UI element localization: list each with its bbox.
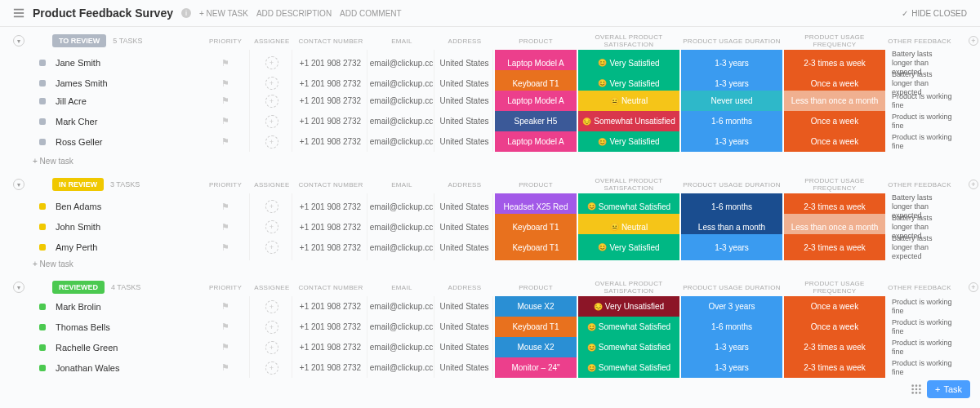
frequency-chip[interactable]: Once a week (784, 296, 885, 317)
satisfaction-chip[interactable]: 😊Very Satisfied (578, 234, 679, 260)
col-address[interactable]: ADDRESS (436, 181, 493, 188)
table-row[interactable]: Jill Acre ⚑ + +1 201 908 2732 email@clic… (0, 91, 980, 111)
priority-cell[interactable]: ⚑ (201, 234, 250, 260)
priority-cell[interactable]: ⚑ (201, 357, 250, 378)
col-address[interactable]: ADDRESS (436, 38, 493, 45)
assignee-cell[interactable]: + (252, 357, 292, 378)
col-priority[interactable]: PRIORITY (201, 38, 250, 45)
duration-chip[interactable]: 1-6 months (681, 111, 782, 131)
status-pill[interactable]: IN REVIEW (52, 178, 104, 191)
add-column-icon[interactable]: + (969, 180, 978, 189)
col-product[interactable]: PRODUCT (495, 38, 577, 45)
product-chip[interactable]: Mouse X2 (495, 296, 577, 317)
col-frequency[interactable]: PRODUCT USAGE FREQUENCY (784, 33, 885, 48)
col-address[interactable]: ADDRESS (436, 284, 493, 291)
priority-cell[interactable]: ⚑ (201, 111, 250, 131)
task-name[interactable]: Rachelle Green (52, 337, 199, 357)
assignee-cell[interactable]: + (252, 337, 292, 357)
col-feedback[interactable]: OTHER FEEDBACK (887, 284, 952, 291)
satisfaction-chip[interactable]: 😊Somewhat Satisfied (578, 357, 679, 378)
table-row[interactable]: Amy Perth ⚑ + +1 201 908 2732 email@clic… (0, 234, 980, 255)
new-task-inline[interactable]: + New task (0, 152, 980, 171)
col-email[interactable]: EMAIL (369, 284, 434, 291)
duration-chip[interactable]: 1-3 years (681, 337, 782, 357)
collapse-icon[interactable]: ▾ (13, 282, 24, 293)
task-name[interactable]: Thomas Bells (52, 317, 199, 337)
satisfaction-chip[interactable]: 😊Somewhat Satisfied (578, 317, 679, 337)
table-row[interactable]: Thomas Bells ⚑ + +1 201 908 2732 email@c… (0, 317, 980, 337)
table-row[interactable]: Jane Smith ⚑ + +1 201 908 2732 email@cli… (0, 50, 980, 70)
frequency-chip[interactable]: Once a week (784, 111, 885, 131)
collapse-icon[interactable]: ▾ (13, 179, 24, 190)
duration-chip[interactable]: Never used (681, 91, 782, 111)
table-row[interactable]: James Smith ⚑ + +1 201 908 2732 email@cl… (0, 70, 980, 91)
col-duration[interactable]: PRODUCT USAGE DURATION (681, 181, 782, 188)
table-row[interactable]: John Smith ⚑ + +1 201 908 2732 email@cli… (0, 214, 980, 234)
col-feedback[interactable]: OTHER FEEDBACK (887, 38, 952, 45)
task-name[interactable]: Ross Geller (52, 131, 199, 152)
satisfaction-chip[interactable]: 😔Somewhat Unsatisfied (578, 111, 679, 131)
table-row[interactable]: Jonathan Wales ⚑ + +1 201 908 2732 email… (0, 357, 980, 378)
satisfaction-chip[interactable]: 😊Somewhat Satisfied (578, 337, 679, 357)
col-assignee[interactable]: ASSIGNEE (252, 38, 292, 45)
priority-cell[interactable]: ⚑ (201, 337, 250, 357)
task-name[interactable]: Jill Acre (52, 91, 199, 111)
col-product[interactable]: PRODUCT (495, 284, 577, 291)
col-assignee[interactable]: ASSIGNEE (252, 181, 292, 188)
add-description-button[interactable]: ADD DESCRIPTION (256, 9, 332, 18)
product-chip[interactable]: Monitor – 24" (495, 357, 577, 378)
product-chip[interactable]: Keyboard T1 (495, 234, 577, 260)
assignee-cell[interactable]: + (252, 234, 292, 260)
col-satisfaction[interactable]: OVERALL PRODUCT SATISFACTION (578, 280, 679, 295)
col-frequency[interactable]: PRODUCT USAGE FREQUENCY (784, 280, 885, 295)
col-contact[interactable]: CONTACT NUMBER (294, 38, 368, 45)
assignee-cell[interactable]: + (252, 317, 292, 337)
priority-cell[interactable]: ⚑ (201, 131, 250, 152)
table-row[interactable]: Mark Brolin ⚑ + +1 201 908 2732 email@cl… (0, 296, 980, 317)
col-email[interactable]: EMAIL (369, 38, 434, 45)
duration-chip[interactable]: 1-6 months (681, 317, 782, 337)
hide-closed-toggle[interactable]: ✓ HIDE CLOSED (902, 9, 967, 18)
frequency-chip[interactable]: Once a week (784, 131, 885, 152)
task-name[interactable]: Amy Perth (52, 234, 199, 260)
frequency-chip[interactable]: 2-3 times a week (784, 337, 885, 357)
product-chip[interactable]: Speaker H5 (495, 111, 577, 131)
col-product[interactable]: PRODUCT (495, 181, 577, 188)
add-column-icon[interactable]: + (969, 282, 978, 292)
add-comment-button[interactable]: ADD COMMENT (340, 9, 402, 18)
col-duration[interactable]: PRODUCT USAGE DURATION (681, 284, 782, 291)
frequency-chip[interactable]: 2-3 times a week (784, 357, 885, 378)
product-chip[interactable]: Keyboard T1 (495, 317, 577, 337)
status-pill[interactable]: REVIEWED (52, 281, 105, 294)
new-task-button[interactable]: + NEW TASK (199, 9, 248, 18)
priority-cell[interactable]: ⚑ (201, 91, 250, 111)
collapse-icon[interactable]: ▾ (13, 35, 24, 47)
duration-chip[interactable]: 1-3 years (681, 131, 782, 152)
duration-chip[interactable]: 1-3 years (681, 357, 782, 378)
task-name[interactable]: Jonathan Wales (52, 357, 199, 378)
duration-chip[interactable]: 1-3 years (681, 234, 782, 260)
priority-cell[interactable]: ⚑ (201, 296, 250, 317)
assignee-cell[interactable]: + (252, 91, 292, 111)
frequency-chip[interactable]: Once a week (784, 317, 885, 337)
status-pill[interactable]: TO REVIEW (52, 34, 106, 47)
satisfaction-chip[interactable]: 😐Neutral (578, 91, 679, 111)
col-priority[interactable]: PRIORITY (201, 181, 250, 188)
frequency-chip[interactable]: 2-3 times a week (784, 234, 885, 260)
col-duration[interactable]: PRODUCT USAGE DURATION (681, 38, 782, 45)
task-name[interactable]: Mark Cher (52, 111, 199, 131)
satisfaction-chip[interactable]: 😔Very Unsatisfied (578, 296, 679, 317)
col-satisfaction[interactable]: OVERALL PRODUCT SATISFACTION (578, 33, 679, 48)
col-contact[interactable]: CONTACT NUMBER (294, 284, 368, 291)
satisfaction-chip[interactable]: 😊Very Satisfied (578, 131, 679, 152)
col-frequency[interactable]: PRODUCT USAGE FREQUENCY (784, 177, 885, 192)
col-email[interactable]: EMAIL (369, 181, 434, 188)
frequency-chip[interactable]: Less than once a month (784, 91, 885, 111)
product-chip[interactable]: Laptop Model A (495, 131, 577, 152)
duration-chip[interactable]: Over 3 years (681, 296, 782, 317)
col-contact[interactable]: CONTACT NUMBER (294, 181, 368, 188)
assignee-cell[interactable]: + (252, 131, 292, 152)
col-satisfaction[interactable]: OVERALL PRODUCT SATISFACTION (578, 177, 679, 192)
table-row[interactable]: Ross Geller ⚑ + +1 201 908 2732 email@cl… (0, 131, 980, 152)
assignee-cell[interactable]: + (252, 296, 292, 317)
